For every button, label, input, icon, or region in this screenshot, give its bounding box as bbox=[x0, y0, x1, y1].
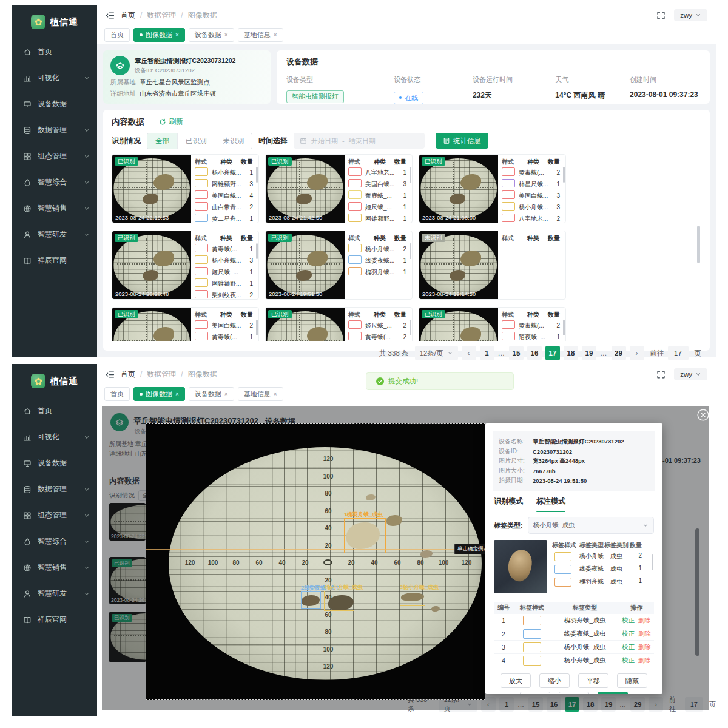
annotation-box[interactable]: 1槐羽舟蛾_成虫 bbox=[344, 518, 386, 553]
page-button-15[interactable]: 15 bbox=[509, 346, 524, 360]
mode-tab-识别模式[interactable]: 识别模式 bbox=[494, 496, 523, 510]
fix-button[interactable]: 校正 bbox=[622, 630, 635, 637]
delete-button[interactable]: 删除 bbox=[638, 643, 651, 650]
breadcrumb-item[interactable]: 图像数据 bbox=[188, 10, 217, 21]
delete-button[interactable]: 删除 bbox=[638, 656, 651, 664]
fix-button[interactable]: 校正 bbox=[622, 656, 635, 664]
menu-fold-icon[interactable] bbox=[106, 11, 115, 20]
table-scrollbar[interactable] bbox=[256, 243, 258, 259]
goto-page-input[interactable]: 17 bbox=[668, 346, 689, 360]
tab-close-icon[interactable]: × bbox=[274, 391, 277, 397]
image-card[interactable]: 已识别2023-08-24 21:06:00样式种类数量黄毒蛾(...2柿星尺蛾… bbox=[419, 154, 566, 223]
label-type-select[interactable]: 杨小舟蛾_成虫 bbox=[528, 517, 654, 534]
tab-close-icon[interactable]: × bbox=[175, 32, 179, 38]
fullscreen-icon[interactable] bbox=[656, 370, 666, 379]
tab-设备数据[interactable]: 设备数据× bbox=[189, 28, 234, 42]
breadcrumb-item[interactable]: 数据管理 bbox=[147, 369, 176, 380]
date-range-input[interactable]: 开始日期 - 结束日期 bbox=[294, 133, 425, 149]
image-card[interactable]: 已识别样式种类数量姬尺蛾_...2黄毒蛾(...2 bbox=[265, 307, 413, 341]
fullscreen-icon[interactable] bbox=[656, 11, 666, 20]
table-scrollbar[interactable] bbox=[256, 167, 258, 183]
next-page-button[interactable]: › bbox=[630, 346, 644, 360]
tab-基地信息[interactable]: 基地信息× bbox=[238, 28, 283, 42]
sidebar-item-device-data[interactable]: 设备数据 bbox=[12, 450, 97, 476]
sidebar-item-module-management[interactable]: 组态管理 bbox=[12, 502, 97, 528]
tab-图像数据[interactable]: 图像数据× bbox=[133, 28, 185, 42]
filter-全部[interactable]: 全部 bbox=[147, 133, 178, 149]
tool-button-缩小[interactable]: 缩小 bbox=[539, 673, 570, 688]
scrollbar-thumb[interactable] bbox=[697, 226, 700, 263]
close-icon[interactable] bbox=[696, 408, 710, 422]
tool-button-平移[interactable]: 平移 bbox=[578, 673, 608, 688]
tab-close-icon[interactable]: × bbox=[224, 391, 228, 397]
table-scrollbar[interactable] bbox=[563, 320, 565, 335]
sidebar-item-smart-comprehensive[interactable]: 智慧综合 bbox=[12, 169, 97, 195]
sidebar-item-xiangchen-site[interactable]: 祥辰官网 bbox=[12, 248, 97, 274]
table-scrollbar[interactable] bbox=[256, 320, 258, 335]
sidebar-item-smart-sales[interactable]: 智慧销售 bbox=[12, 554, 97, 581]
tab-close-icon[interactable]: × bbox=[224, 32, 228, 38]
tool-button-放大[interactable]: 放大 bbox=[500, 673, 531, 688]
sidebar-item-visualization[interactable]: 可视化 bbox=[12, 424, 97, 450]
tab-close-icon[interactable]: × bbox=[274, 32, 277, 38]
image-card[interactable]: 已识别2023-08-24 21:42:50样式种类数量八字地老...1美国白蛾… bbox=[265, 154, 413, 223]
delete-button[interactable]: 删除 bbox=[638, 616, 651, 624]
table-scrollbar[interactable] bbox=[652, 554, 653, 570]
sidebar-item-smart-sales[interactable]: 智慧销售 bbox=[12, 195, 97, 221]
sidebar-item-data-management[interactable]: 数据管理 bbox=[12, 476, 97, 502]
sidebar-item-visualization[interactable]: 可视化 bbox=[12, 65, 97, 91]
breadcrumb-item[interactable]: 数据管理 bbox=[147, 10, 176, 21]
breadcrumb-item[interactable]: 首页 bbox=[121, 10, 135, 21]
annotation-canvas[interactable]: 2020202040404040606060608080808010010010… bbox=[146, 423, 485, 700]
sidebar-item-module-management[interactable]: 组态管理 bbox=[12, 143, 97, 169]
image-card[interactable]: 已识别2023-08-24 20:28:48样式种类数量黄毒蛾(...1杨小舟蛾… bbox=[112, 231, 259, 300]
tab-设备数据[interactable]: 设备数据× bbox=[189, 387, 234, 401]
sidebar-item-data-management[interactable]: 数据管理 bbox=[12, 117, 97, 143]
table-scrollbar[interactable] bbox=[410, 167, 411, 183]
sidebar-item-home[interactable]: 首页 bbox=[12, 398, 97, 424]
user-menu[interactable]: zwy bbox=[674, 368, 707, 380]
sidebar-item-device-data[interactable]: 设备数据 bbox=[12, 91, 97, 117]
page-button-18[interactable]: 18 bbox=[564, 346, 578, 360]
user-menu[interactable]: zwy bbox=[674, 9, 707, 21]
breadcrumb-item[interactable]: 首页 bbox=[121, 369, 135, 380]
fix-button[interactable]: 校正 bbox=[622, 643, 635, 650]
filter-未识别[interactable]: 未识别 bbox=[215, 133, 252, 149]
tab-基地信息[interactable]: 基地信息× bbox=[238, 387, 283, 401]
tab-close-icon[interactable]: × bbox=[175, 391, 179, 397]
page-button-19[interactable]: 19 bbox=[582, 346, 596, 360]
delete-button[interactable]: 删除 bbox=[638, 630, 651, 637]
page-button-16[interactable]: 16 bbox=[527, 346, 542, 360]
tab-首页[interactable]: 首页 bbox=[104, 387, 130, 401]
menu-fold-icon[interactable] bbox=[106, 370, 115, 379]
image-card[interactable]: 已识别2023-08-24 19:51:50样式种类数量杨小舟蛾...2线委夜蛾… bbox=[265, 231, 413, 300]
breadcrumb-item[interactable]: 图像数据 bbox=[188, 369, 217, 380]
tool-button-隐藏[interactable]: 隐藏 bbox=[617, 673, 647, 688]
sidebar-item-smart-rd[interactable]: 智慧研发 bbox=[12, 581, 97, 607]
image-card[interactable]: 已识别样式种类数量黄毒蛾(...2陌夜蛾_...1 bbox=[419, 307, 566, 341]
annotation-box[interactable]: 2线委夜蛾_成虫 bbox=[301, 592, 321, 609]
stats-button[interactable]: 统计信息 bbox=[436, 133, 488, 149]
sidebar-item-smart-rd[interactable]: 智慧研发 bbox=[12, 221, 97, 248]
page-size-select[interactable]: 12条/页 bbox=[415, 346, 458, 360]
refresh-button[interactable]: 刷新 bbox=[155, 116, 187, 127]
table-scrollbar[interactable] bbox=[410, 243, 411, 259]
table-scrollbar[interactable] bbox=[563, 167, 565, 183]
tab-图像数据[interactable]: 图像数据× bbox=[133, 387, 185, 401]
prev-page-button[interactable]: ‹ bbox=[462, 346, 476, 360]
action-button-标注[interactable]: 标注 bbox=[520, 692, 550, 694]
page-button-17[interactable]: 17 bbox=[545, 346, 560, 360]
image-card[interactable]: 已识别样式种类数量美国白蛾...2黄毒蛾(...1 bbox=[112, 307, 259, 341]
action-button-提交[interactable]: 提交 bbox=[598, 692, 628, 694]
annotation-box[interactable]: 4杨小舟蛾_成虫 bbox=[324, 591, 354, 611]
sidebar-item-smart-comprehensive[interactable]: 智慧综合 bbox=[12, 528, 97, 554]
tab-首页[interactable]: 首页 bbox=[104, 28, 130, 42]
image-card[interactable]: 未识别2023-08-24 19:14:50样式种类数量 bbox=[419, 231, 566, 300]
page-button-29[interactable]: 29 bbox=[612, 346, 626, 360]
action-button-撤销[interactable]: 撤销 bbox=[559, 692, 589, 694]
mode-tab-标注模式[interactable]: 标注模式 bbox=[536, 496, 565, 510]
filter-已识别[interactable]: 已识别 bbox=[178, 133, 215, 149]
page-button-1[interactable]: 1 bbox=[480, 346, 494, 360]
table-scrollbar[interactable] bbox=[410, 320, 411, 335]
sidebar-item-xiangchen-site[interactable]: 祥辰官网 bbox=[12, 607, 97, 633]
